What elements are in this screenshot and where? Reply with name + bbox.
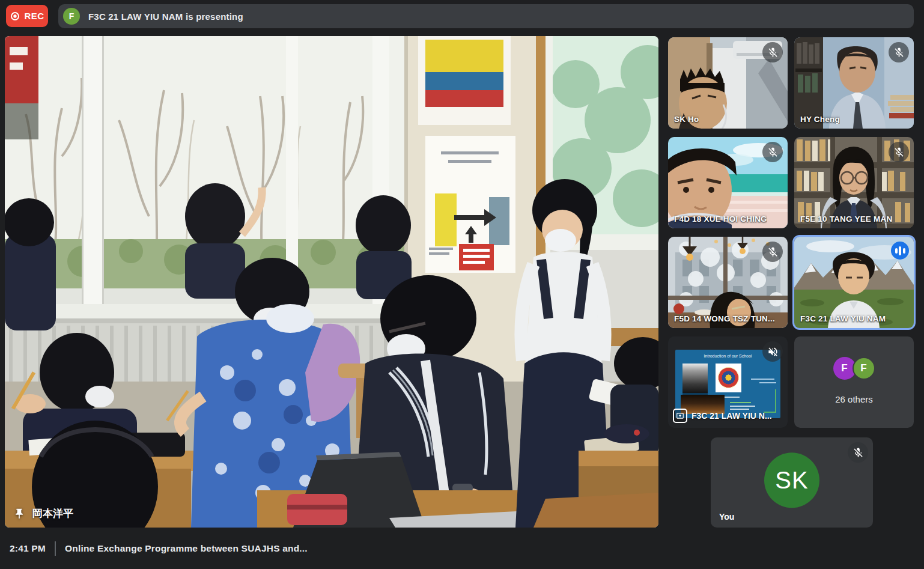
school-emblem (716, 364, 742, 392)
mic-off-icon (762, 42, 783, 62)
mic-off-icon (848, 442, 868, 463)
record-icon (10, 11, 20, 22)
tile-others[interactable]: F F 26 others (794, 336, 914, 428)
participant-name: F5E 10 TANG YEE MAN (800, 215, 892, 224)
self-avatar: SK (764, 452, 819, 508)
tile-presentation-f3c-21-law-yiu-nam[interactable]: Introduction of our School F3C 21 LAW YI… (668, 336, 788, 428)
wall-sign (5, 36, 38, 139)
meet-app: REC F F3C 21 LAW YIU NAM is presenting (0, 0, 924, 569)
avatar: F (853, 357, 875, 380)
clock-time: 2:41 PM (10, 543, 46, 554)
shared-slide: Introduction of our School (675, 350, 780, 418)
screen-share-icon (673, 409, 687, 423)
meeting-info: 2:41 PM Online Exchange Programme betwee… (10, 528, 308, 569)
participant-name: F3C 21 LAW YIU N... (691, 411, 772, 421)
participant-name: HY Cheng (800, 115, 840, 124)
tile-f4d-18-xue-hoi-ching[interactable]: F4D 18 XUE HOI CHING (668, 137, 788, 228)
meeting-title: Online Exchange Programme between SUAJHS… (65, 543, 308, 554)
presenting-banner: F F3C 21 LAW YIU NAM is presenting (58, 4, 914, 28)
speaking-indicator-icon (891, 242, 909, 260)
others-avatars: F F (794, 357, 914, 380)
rec-label: REC (24, 11, 44, 21)
flag-poster (418, 36, 511, 125)
slide-founder-photo (682, 364, 708, 395)
participant-name: F5D 14 WONG TSZ TUN... (674, 314, 775, 323)
participant-name: F3C 21 LAW YIU NAM (800, 314, 886, 323)
tile-sk-ho[interactable]: SK Ho (668, 37, 788, 129)
self-label: You (719, 512, 734, 522)
pin-icon (13, 508, 25, 520)
top-bar: REC F F3C 21 LAW YIU NAM is presenting (0, 0, 924, 32)
presenting-text: F3C 21 LAW YIU NAM is presenting (88, 11, 243, 22)
recording-indicator: REC (6, 5, 48, 27)
participant-name: SK Ho (674, 115, 699, 124)
others-count-label: 26 others (794, 394, 914, 404)
pinned-presenter-label: 岡本洋平 (13, 507, 73, 520)
bottom-bar: 2:41 PM Online Exchange Programme betwee… (0, 528, 924, 569)
tile-you[interactable]: SK You (711, 437, 873, 528)
tile-f5e-10-tang-yee-man[interactable]: F5E 10 TANG YEE MAN (794, 137, 914, 228)
mic-off-icon (762, 242, 783, 262)
tile-f5d-14-wong-tsz-tun[interactable]: F5D 14 WONG TSZ TUN... (668, 237, 788, 328)
audio-off-icon (762, 341, 783, 362)
mic-off-icon (762, 142, 783, 162)
mic-off-icon (889, 42, 909, 62)
presentation-label: F3C 21 LAW YIU N... (673, 409, 772, 423)
classroom-video-feed (5, 36, 658, 528)
divider (55, 541, 56, 556)
tile-hy-cheng[interactable]: HY Cheng (794, 37, 914, 129)
main-video-stage[interactable]: 岡本洋平 (5, 36, 658, 528)
presenter-name: 岡本洋平 (32, 507, 73, 520)
tile-f3c-21-law-yiu-nam[interactable]: F3C 21 LAW YIU NAM (792, 235, 916, 330)
mic-off-icon (889, 142, 909, 162)
participant-name: F4D 18 XUE HOI CHING (674, 215, 767, 224)
diagram-poster (425, 136, 515, 273)
presenter-avatar: F (63, 8, 80, 25)
